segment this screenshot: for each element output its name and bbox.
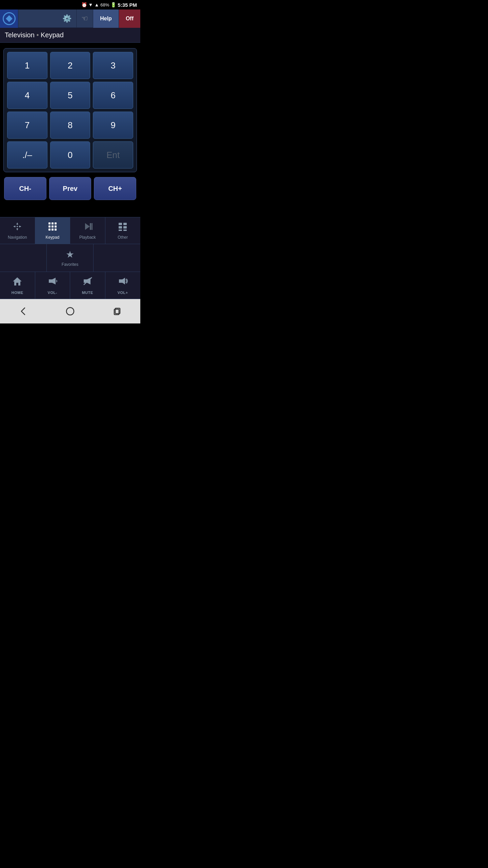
key-3[interactable]: 3 xyxy=(93,52,133,79)
vol-minus-button[interactable]: VOL- xyxy=(35,272,70,299)
svg-rect-22 xyxy=(123,223,127,225)
gesture-button[interactable]: ☜ xyxy=(77,9,93,28)
key-7[interactable]: 7 xyxy=(7,112,47,139)
vol-minus-label: VOL- xyxy=(48,291,57,295)
key-4[interactable]: 4 xyxy=(7,82,47,109)
svg-marker-28 xyxy=(49,279,52,283)
battery-text: 68% xyxy=(100,2,109,7)
signal-icon: ▲ xyxy=(94,2,99,7)
tab-playback[interactable]: Playback xyxy=(70,217,105,244)
svg-rect-24 xyxy=(123,226,127,229)
back-button[interactable] xyxy=(16,304,31,319)
svg-marker-6 xyxy=(16,229,18,230)
logo-icon xyxy=(3,12,16,25)
other-icon xyxy=(118,221,128,233)
playback-icon xyxy=(82,221,93,233)
vol-minus-icon xyxy=(47,276,58,289)
mute-button[interactable]: MUTE xyxy=(70,272,105,299)
key-0[interactable]: 0 xyxy=(50,141,90,169)
channel-row: CH- Prev CH+ xyxy=(3,177,137,200)
key-1[interactable]: 1 xyxy=(7,52,47,79)
mode-name: Keypad xyxy=(41,31,64,39)
tab-navigation[interactable]: Navigation xyxy=(0,217,35,244)
svg-rect-12 xyxy=(48,225,50,228)
title-bar: Television • Keypad xyxy=(0,28,140,43)
svg-rect-10 xyxy=(52,222,54,224)
svg-marker-8 xyxy=(19,225,21,228)
help-button[interactable]: Help xyxy=(93,9,119,28)
home-label: HOME xyxy=(12,291,23,295)
time-text: 5:35 PM xyxy=(118,2,137,8)
fav-empty-right xyxy=(94,244,140,272)
settings-button[interactable]: ⚙️ xyxy=(58,9,77,28)
svg-rect-20 xyxy=(92,223,93,230)
device-name: Television xyxy=(5,31,35,39)
ch-plus-button[interactable]: CH+ xyxy=(94,177,136,200)
svg-rect-17 xyxy=(55,229,57,231)
svg-rect-14 xyxy=(55,225,57,228)
key-8[interactable]: 8 xyxy=(50,112,90,139)
svg-point-0 xyxy=(17,226,18,227)
svg-marker-33 xyxy=(119,279,122,283)
navigation-icon xyxy=(12,221,22,233)
svg-rect-19 xyxy=(90,223,91,230)
ch-minus-button[interactable]: CH- xyxy=(4,177,46,200)
tab-keypad-label: Keypad xyxy=(45,235,59,240)
recents-button[interactable] xyxy=(109,304,124,319)
logo-diamond xyxy=(6,15,13,22)
alarm-icon: ⏰ xyxy=(81,2,87,7)
svg-rect-21 xyxy=(119,223,122,225)
tab-bar: Navigation Keypad xyxy=(0,217,140,244)
svg-marker-29 xyxy=(52,278,56,284)
off-button[interactable]: Off xyxy=(119,9,140,28)
mid-spacer xyxy=(0,203,140,217)
tab-playback-label: Playback xyxy=(79,235,96,240)
keypad-grid-wrapper: 1 2 3 4 5 6 7 8 9 ./– 0 Ent xyxy=(3,48,137,172)
svg-rect-9 xyxy=(48,222,50,224)
wifi-icon: ▼ xyxy=(88,2,93,7)
svg-marker-34 xyxy=(122,278,125,284)
fav-empty-left xyxy=(0,244,47,272)
favorites-label: Favorites xyxy=(62,262,78,267)
svg-rect-11 xyxy=(55,222,57,224)
svg-marker-18 xyxy=(85,223,90,230)
svg-rect-15 xyxy=(48,229,50,231)
tab-keypad[interactable]: Keypad xyxy=(35,217,70,244)
home-system-button[interactable] xyxy=(63,304,78,319)
tab-other[interactable]: Other xyxy=(105,217,141,244)
svg-rect-13 xyxy=(52,225,54,228)
vol-plus-button[interactable]: VOL+ xyxy=(105,272,141,299)
svg-marker-27 xyxy=(13,277,22,285)
favorites-star-icon: ★ xyxy=(66,249,74,260)
key-ent[interactable]: Ent xyxy=(93,141,133,169)
keypad-section: 1 2 3 4 5 6 7 8 9 ./– 0 Ent CH- Prev CH+ xyxy=(0,43,140,203)
home-button[interactable]: HOME xyxy=(0,272,35,299)
key-6[interactable]: 6 xyxy=(93,82,133,109)
mute-icon xyxy=(82,276,93,289)
favorites-row: ★ Favorites xyxy=(0,244,140,272)
prev-button[interactable]: Prev xyxy=(49,177,92,200)
vol-plus-label: VOL+ xyxy=(118,291,128,295)
key-2[interactable]: 2 xyxy=(50,52,90,79)
top-nav: ⚙️ ☜ Help Off xyxy=(0,9,140,28)
mute-label: MUTE xyxy=(82,291,93,295)
tab-other-label: Other xyxy=(118,235,128,240)
keypad-icon xyxy=(47,221,58,233)
title-separator: • xyxy=(35,31,41,39)
tab-navigation-label: Navigation xyxy=(8,235,27,240)
svg-rect-26 xyxy=(123,230,127,231)
svg-point-35 xyxy=(66,308,74,315)
favorites-button[interactable]: ★ Favorites xyxy=(47,244,94,272)
action-bar: HOME VOL- MUTE xyxy=(0,272,140,299)
keypad-grid: 1 2 3 4 5 6 7 8 9 ./– 0 Ent xyxy=(7,52,133,169)
home-icon xyxy=(12,276,22,289)
battery-icon: 🔋 xyxy=(110,2,116,7)
svg-marker-5 xyxy=(16,223,18,224)
vol-plus-icon xyxy=(118,276,128,289)
svg-marker-7 xyxy=(14,225,15,228)
status-bar: ⏰ ▼ ▲ 68% 🔋 5:35 PM xyxy=(0,0,140,9)
key-dot-dash[interactable]: ./– xyxy=(7,141,47,169)
logo-button[interactable] xyxy=(0,9,18,28)
key-5[interactable]: 5 xyxy=(50,82,90,109)
key-9[interactable]: 9 xyxy=(93,112,133,139)
